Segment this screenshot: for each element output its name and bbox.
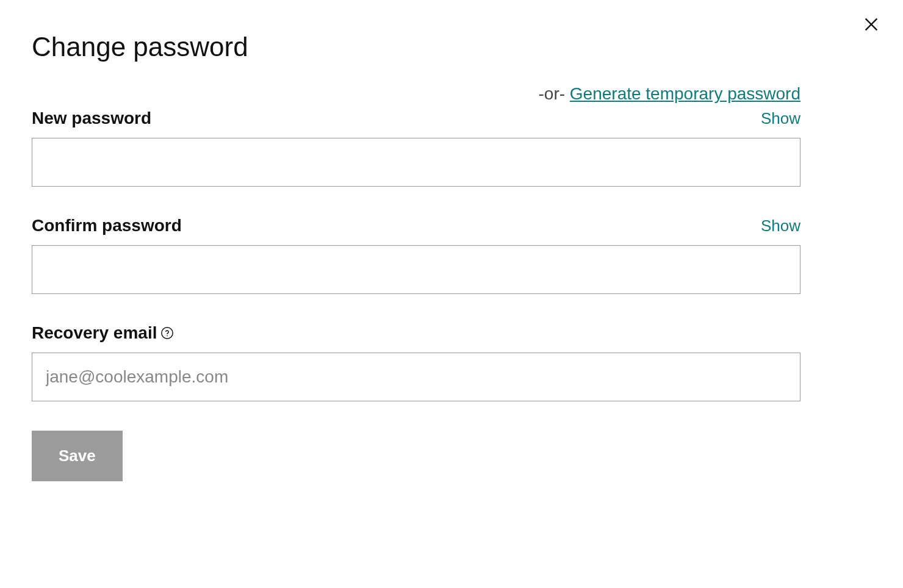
recovery-email-label-text: Recovery email xyxy=(32,323,157,343)
page-title: Change password xyxy=(32,32,871,62)
show-new-password-toggle[interactable]: Show xyxy=(761,109,800,128)
recovery-email-label: Recovery email xyxy=(32,323,174,343)
new-password-group: New password Show xyxy=(32,109,871,187)
save-button[interactable]: Save xyxy=(32,431,123,481)
or-text: -or- xyxy=(538,84,569,103)
generate-row: -or- Generate temporary password xyxy=(32,84,871,104)
recovery-email-input[interactable] xyxy=(32,353,800,401)
show-confirm-password-toggle[interactable]: Show xyxy=(761,217,800,235)
confirm-password-group: Confirm password Show xyxy=(32,216,871,294)
recovery-email-group: Recovery email xyxy=(32,323,871,401)
confirm-password-input[interactable] xyxy=(32,245,800,294)
generate-temp-password-link[interactable]: Generate temporary password xyxy=(570,84,800,103)
help-icon[interactable] xyxy=(160,326,174,340)
new-password-input[interactable] xyxy=(32,138,800,187)
close-button[interactable] xyxy=(862,15,881,34)
new-password-label: New password xyxy=(32,109,151,128)
close-icon xyxy=(863,16,880,33)
confirm-password-label: Confirm password xyxy=(32,216,182,235)
svg-point-3 xyxy=(167,335,168,337)
